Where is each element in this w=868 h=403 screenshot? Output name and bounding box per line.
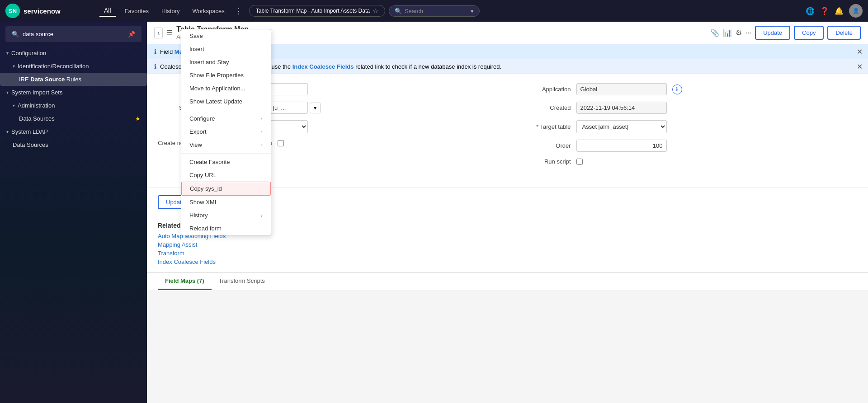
nav-workspaces[interactable]: Workspaces <box>187 5 230 17</box>
sidebar-search-input[interactable] <box>23 31 124 37</box>
nav-links: Favorites History Workspaces ⋮ <box>119 5 245 17</box>
application-info-button[interactable]: ℹ <box>672 84 682 94</box>
export-label: Export <box>189 128 207 135</box>
chevron-down-icon: ▾ <box>13 64 15 69</box>
chevron-right-icon: › <box>261 142 263 148</box>
sidebar-item-label: IRE Data Source Rules <box>19 76 81 83</box>
sidebar-item-system-ldap[interactable]: ▾ System LDAP <box>0 125 147 138</box>
chevron-right-icon: › <box>261 213 263 218</box>
update-button[interactable]: Update <box>755 26 790 40</box>
bell-icon[interactable]: 🔔 <box>835 7 844 15</box>
context-menu-item-save[interactable]: Save <box>181 29 271 42</box>
context-menu-item-show-latest[interactable]: Show Latest Update <box>181 95 271 108</box>
target-table-select[interactable]: Asset [alm_asset] <box>576 120 667 133</box>
context-menu-item-copy-url[interactable]: Copy URL <box>181 169 271 182</box>
nav-more-dots[interactable]: ⋮ <box>232 6 245 16</box>
user-avatar[interactable]: 👤 <box>849 4 863 18</box>
hamburger-menu-button[interactable]: ☰ <box>166 28 173 37</box>
sidebar-search-bar[interactable]: 🔍 📌 <box>5 26 142 42</box>
nav-history[interactable]: History <box>156 5 185 17</box>
sidebar-pin-icon[interactable]: 📌 <box>128 31 135 37</box>
sidebar-item-label: System LDAP <box>11 128 48 135</box>
ire-label-suffix: Rules <box>66 76 81 83</box>
create-new-checkbox[interactable] <box>278 140 284 146</box>
index-coalesce-link[interactable]: Index Coalesce Fields <box>292 63 354 70</box>
sidebar-search-icon: 🔍 <box>12 31 19 37</box>
search-icon: 🔍 <box>395 8 402 14</box>
run-script-checkbox[interactable] <box>576 159 583 165</box>
created-input <box>576 102 667 114</box>
context-menu-item-history[interactable]: History › <box>181 209 271 222</box>
active-tab-badge[interactable]: Table Transform Map - Auto Import Assets… <box>249 5 385 17</box>
more-options-icon[interactable]: ··· <box>745 29 751 37</box>
all-nav-item[interactable]: All <box>99 5 116 17</box>
settings-icon[interactable]: ⚙ <box>736 28 742 37</box>
tab-transform-scripts[interactable]: Transform Scripts <box>212 273 272 290</box>
help-icon[interactable]: ❓ <box>820 7 829 15</box>
alert-prefix: Field <box>160 48 175 55</box>
logo-area: SN servicenow <box>5 4 96 18</box>
delete-button[interactable]: Delete <box>827 26 861 40</box>
sidebar-item-system-import-sets[interactable]: ▾ System Import Sets <box>0 86 147 99</box>
context-menu-item-insert-stay[interactable]: Insert and Stay <box>181 56 271 69</box>
back-button[interactable]: ‹ <box>154 28 163 38</box>
sidebar-item-label: Configuration <box>11 50 46 56</box>
application-input <box>576 83 667 95</box>
tab-star-icon[interactable]: ☆ <box>373 7 378 14</box>
form-right-col: Application ℹ Created Target table Asset… <box>517 83 858 171</box>
sidebar-item-id-reconciliation[interactable]: ▾ Identification/Reconciliation <box>0 60 147 73</box>
globe-icon[interactable]: 🌐 <box>806 7 815 15</box>
servicenow-wordmark: servicenow <box>24 7 61 15</box>
chevron-down-icon: ▾ <box>6 90 9 95</box>
sidebar-item-administration[interactable]: ▾ Administration <box>0 99 147 112</box>
sidebar-item-configuration[interactable]: ▾ Configuration <box>0 47 147 60</box>
copy-button[interactable]: Copy <box>794 26 824 40</box>
sidebar-item-label: Administration <box>18 102 55 109</box>
active-tab-label: Table Transform Map - Auto Import Assets… <box>256 8 370 14</box>
coalesce-alert-close-button[interactable]: ✕ <box>857 62 863 71</box>
context-menu-item-move-to-app[interactable]: Move to Application... <box>181 82 271 95</box>
ire-label-bold: Data Source <box>30 76 65 83</box>
chevron-right-icon: › <box>261 129 263 135</box>
attachment-icon[interactable]: 📎 <box>710 28 719 37</box>
sidebar-item-data-sources-1[interactable]: Data Sources ★ <box>0 112 147 125</box>
search-input[interactable] <box>405 8 468 14</box>
alert-close-button[interactable]: ✕ <box>857 47 863 56</box>
context-menu-item-show-xml[interactable]: Show XML <box>181 196 271 209</box>
context-menu-item-reload-form[interactable]: Reload form <box>181 222 271 235</box>
chevron-down-icon: ▾ <box>6 51 9 56</box>
svg-text:SN: SN <box>9 8 17 14</box>
target-table-label: Target table <box>517 123 571 130</box>
application-field: Application ℹ <box>517 83 858 95</box>
context-menu-divider-1 <box>181 110 271 110</box>
sidebar-item-data-sources-2[interactable]: Data Sources <box>0 138 147 151</box>
chevron-down-icon: ▾ <box>6 129 9 134</box>
related-link-transform[interactable]: Transform <box>158 250 857 257</box>
chevron-right-icon: › <box>261 116 263 122</box>
related-link-index-coalesce[interactable]: Index Coalesce Fields <box>158 258 857 265</box>
sidebar: 🔍 📌 ▾ Configuration ▾ Identification/Rec… <box>0 22 147 403</box>
target-table-field: Target table Asset [alm_asset] <box>517 120 858 133</box>
context-menu-item-show-file-props[interactable]: Show File Properties <box>181 69 271 82</box>
global-search-bar[interactable]: 🔍 ▾ <box>389 5 480 17</box>
sidebar-item-ire-data-source-rules[interactable]: IRE Data Source Rules <box>0 73 147 86</box>
order-input[interactable] <box>576 140 667 152</box>
context-menu-item-create-favorite[interactable]: Create Favorite <box>181 155 271 169</box>
top-navigation: SN servicenow All Favorites History Work… <box>0 0 868 22</box>
nav-icon-group: 🌐 ❓ 🔔 👤 <box>806 4 863 18</box>
source-table-dropdown-button[interactable]: ▾ <box>310 103 321 113</box>
application-label: Application <box>517 86 571 93</box>
context-menu-item-configure[interactable]: Configure › <box>181 112 271 125</box>
servicenow-logo: SN <box>5 4 20 18</box>
tab-field-maps[interactable]: Field Maps (7) <box>158 273 212 290</box>
nav-favorites[interactable]: Favorites <box>119 5 154 17</box>
sidebar-item-label: System Import Sets <box>11 89 62 96</box>
search-dropdown-arrow[interactable]: ▾ <box>471 8 474 14</box>
sidebar-item-label: Identification/Reconciliation <box>18 63 89 70</box>
context-menu-item-export[interactable]: Export › <box>181 125 271 138</box>
context-menu-item-copy-sys-id[interactable]: Copy sys_id <box>181 182 271 196</box>
related-link-mapping-assist[interactable]: Mapping Assist <box>158 241 857 248</box>
context-menu-item-insert[interactable]: Insert <box>181 42 271 56</box>
context-menu-item-view[interactable]: View › <box>181 138 271 151</box>
activity-icon[interactable]: 📊 <box>723 28 732 37</box>
